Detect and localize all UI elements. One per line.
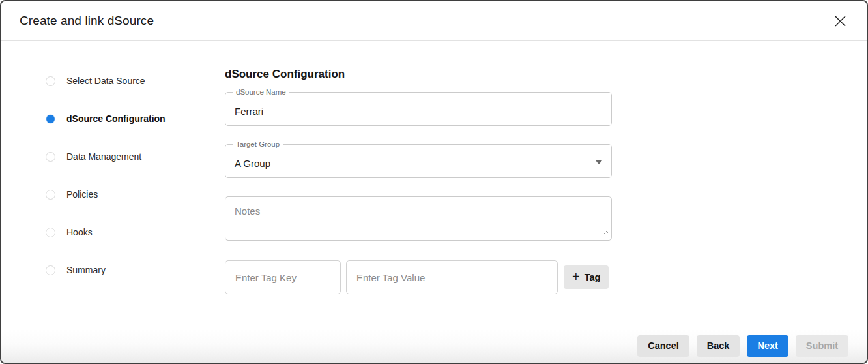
step-label: dSource Configuration [66,114,166,124]
target-group-value: A Group [235,154,596,169]
step-circle-icon [46,228,55,237]
close-button[interactable] [830,11,850,31]
step-label: Select Data Source [66,76,145,86]
stepper-step-dsource-configuration[interactable]: dSource Configuration [46,100,201,138]
dialog-header: Create and link dSource [1,1,867,41]
dsource-name-label: dSource Name [233,88,289,97]
notes-textarea[interactable] [225,197,611,240]
step-circle-icon [46,190,55,200]
wizard-stepper: Select Data Source dSource Configuration… [1,41,201,329]
stepper-step-policies[interactable]: Policies [46,175,201,213]
dsource-name-field[interactable]: dSource Name [225,92,612,126]
dialog-title: Create and link dSource [20,14,154,28]
next-button[interactable]: Next [747,335,788,357]
close-icon [834,15,846,27]
dialog-body: Select Data Source dSource Configuration… [1,41,867,329]
step-label: Data Management [66,151,141,162]
tag-key-input[interactable] [225,260,341,294]
step-circle-icon [46,152,55,162]
step-circle-icon [46,76,55,86]
target-group-label: Target Group [233,140,283,149]
stepper-step-summary[interactable]: Summary [46,251,201,289]
add-tag-button-label: Tag [585,272,601,282]
step-label: Summary [66,265,106,275]
form-fields: dSource Name Target Group A Group [225,92,612,294]
tags-row: + Tag [225,260,612,294]
form-heading: dSource Configuration [225,68,867,81]
step-circle-icon [46,265,55,275]
plus-icon: + [572,270,580,283]
tag-value-input[interactable] [346,260,558,294]
step-label: Policies [66,189,98,200]
stepper-step-hooks[interactable]: Hooks [46,213,201,251]
notes-field[interactable] [225,196,612,241]
form-pane: dSource Configuration dSource Name Targe… [201,41,867,329]
step-active-dot-icon [46,114,55,124]
submit-button[interactable]: Submit [796,335,848,357]
stepper-step-data-management[interactable]: Data Management [46,138,201,175]
cancel-button[interactable]: Cancel [637,335,689,357]
dsource-name-input[interactable] [235,102,602,117]
back-button[interactable]: Back [697,335,740,357]
add-tag-button[interactable]: + Tag [564,265,609,289]
dialog-footer: Cancel Back Next Submit [1,329,867,363]
chevron-down-icon [596,160,602,164]
create-and-link-dsource-dialog: Create and link dSource Select Data Sour… [0,0,868,364]
step-label: Hooks [66,227,93,237]
target-group-select[interactable]: Target Group A Group [225,144,612,178]
stepper-step-select-data-source[interactable]: Select Data Source [46,62,201,100]
